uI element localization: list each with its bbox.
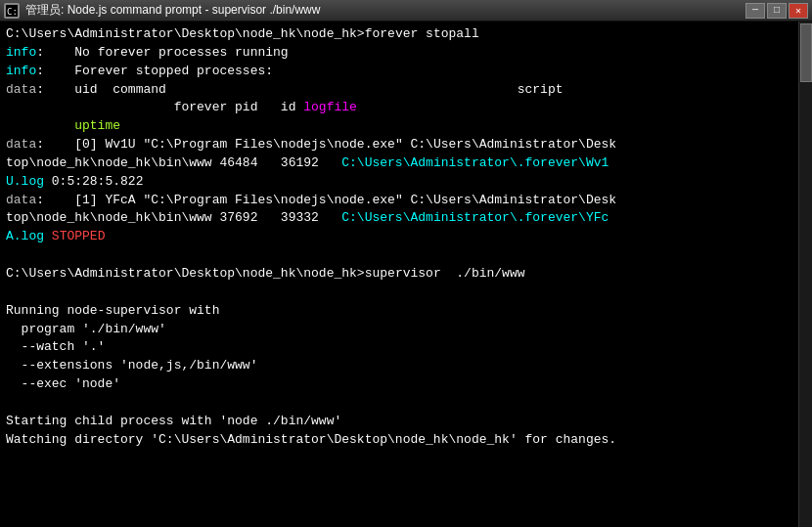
terminal-line: top\node_hk\node_hk\bin\www 37692 39332 … <box>6 209 806 228</box>
terminal-line: Watching directory 'C:\Users\Administrat… <box>6 431 806 450</box>
cmd-icon: C:\ <box>4 3 20 19</box>
titlebar-left: C:\ 管理员: Node.js command prompt - superv… <box>4 2 320 19</box>
scrollbar[interactable] <box>798 22 812 527</box>
terminal-line: A.log STOPPED <box>6 228 806 246</box>
terminal-line: Starting child process with 'node ./bin/… <box>6 413 806 431</box>
terminal-window: C:\Users\Administrator\Desktop\node_hk\n… <box>0 22 812 527</box>
titlebar-title: 管理员: Node.js command prompt - supervisor… <box>25 2 320 19</box>
maximize-button[interactable]: □ <box>767 3 787 19</box>
close-button[interactable]: ✕ <box>789 3 808 19</box>
terminal-line: top\node_hk\node_hk\bin\www 46484 36192 … <box>6 154 806 173</box>
terminal-line: data: uid command script <box>6 81 806 100</box>
scrollbar-thumb[interactable] <box>800 23 812 82</box>
svg-text:C:\: C:\ <box>7 7 18 17</box>
titlebar: C:\ 管理员: Node.js command prompt - superv… <box>0 0 812 22</box>
titlebar-controls[interactable]: ─ □ ✕ <box>745 3 808 19</box>
terminal-line: data: [0] Wv1U "C:\Program Files\nodejs\… <box>6 136 806 154</box>
terminal-line: C:\Users\Administrator\Desktop\node_hk\n… <box>6 265 806 284</box>
terminal-line: C:\Users\Administrator\Desktop\node_hk\n… <box>6 25 806 44</box>
terminal-line: uptime <box>6 117 806 136</box>
terminal-line: program './bin/www' <box>6 321 806 339</box>
terminal-line: U.log 0:5:28:5.822 <box>6 173 806 192</box>
terminal-line <box>6 394 806 413</box>
terminal-line: Running node-supervisor with <box>6 302 806 321</box>
minimize-button[interactable]: ─ <box>745 3 765 19</box>
terminal-line <box>6 284 806 302</box>
terminal-line: --exec 'node' <box>6 375 806 394</box>
terminal-line: --watch '.' <box>6 338 806 357</box>
terminal-line: info: No forever processes running <box>6 44 806 63</box>
terminal-line <box>6 246 806 265</box>
terminal-line: --extensions 'node,js,/bin/www' <box>6 357 806 375</box>
terminal-line: forever pid id logfile <box>6 99 806 117</box>
terminal-line: data: [1] YFcA "C:\Program Files\nodejs\… <box>6 192 806 210</box>
terminal-line: info: Forever stopped processes: <box>6 63 806 81</box>
